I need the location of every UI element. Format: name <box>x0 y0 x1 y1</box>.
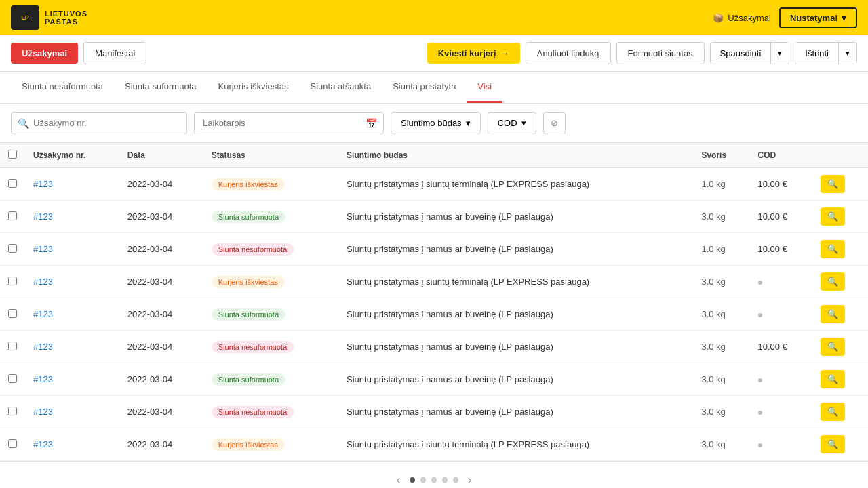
view-button[interactable]: 🔍 <box>821 370 845 388</box>
next-page-button[interactable]: › <box>464 472 475 487</box>
cod-dot <box>758 281 762 285</box>
spausdinti-split-button[interactable]: Spausdinti ▾ <box>710 42 790 64</box>
spausdinti-main[interactable]: Spausdinti <box>711 43 771 64</box>
toolbar: Užsakymai Manifestai Kviesti kurjerį → A… <box>0 35 868 72</box>
order-link[interactable]: #123 <box>33 179 53 189</box>
row-svoris: 3.0 kg <box>693 201 749 233</box>
row-checkbox[interactable] <box>8 407 17 415</box>
row-action: 🔍 <box>812 233 868 266</box>
row-cod <box>750 363 812 396</box>
page-dot-2[interactable] <box>420 477 426 483</box>
calendar-icon: 📅 <box>366 118 377 129</box>
nustatymai-label: Nustatymai <box>790 13 837 23</box>
uzsakymai-tab-button[interactable]: Užsakymai <box>11 43 78 64</box>
row-action: 🔍 <box>812 331 868 363</box>
order-link[interactable]: #123 <box>33 277 53 287</box>
col-svoris: Svoris <box>693 143 749 168</box>
tab-kurjeris-iskviestas[interactable]: Kurjeris iškviestas <box>207 72 299 103</box>
table-wrap: Užsakymo nr. Data Statusas Siuntimo būda… <box>0 143 868 461</box>
row-checkbox[interactable] <box>8 211 17 220</box>
status-badge: Siunta nesuformuota <box>212 243 294 256</box>
row-checkbox[interactable] <box>8 277 17 285</box>
view-button[interactable]: 🔍 <box>821 435 845 453</box>
order-link[interactable]: #123 <box>33 374 53 384</box>
row-siuntimo-budas: Siuntų pristatymas į namus ar buveinę (L… <box>338 201 693 233</box>
row-checkbox-cell <box>0 331 25 363</box>
row-checkbox[interactable] <box>8 342 17 350</box>
cod-dot <box>758 443 762 447</box>
istrinti-split-button[interactable]: Ištrinti ▾ <box>795 42 857 64</box>
cod-filter[interactable]: COD ▾ <box>488 112 536 134</box>
col-statusas: Statusas <box>203 143 338 168</box>
row-checkbox[interactable] <box>8 309 17 318</box>
select-all-checkbox[interactable] <box>8 150 17 159</box>
row-checkbox[interactable] <box>8 179 17 188</box>
manifestai-tab-button[interactable]: Manifestai <box>83 42 146 64</box>
row-checkbox[interactable] <box>8 244 17 253</box>
view-button[interactable]: 🔍 <box>821 240 845 258</box>
view-button[interactable]: 🔍 <box>821 207 845 226</box>
search-wrap: 🔍 <box>11 112 187 134</box>
page-dot-5[interactable] <box>453 477 458 483</box>
order-link[interactable]: #123 <box>33 439 53 449</box>
order-link[interactable]: #123 <box>33 211 53 222</box>
table-row: #123 2022-03-04 Siunta suformuota Siuntų… <box>0 298 868 331</box>
prev-page-button[interactable]: ‹ <box>393 472 404 487</box>
istrinti-main[interactable]: Ištrinti <box>795 43 838 64</box>
status-badge: Siunta nesuformuota <box>212 341 294 353</box>
view-button[interactable]: 🔍 <box>821 175 845 193</box>
page-dot-1[interactable] <box>410 477 415 483</box>
header-uzsakymai-link[interactable]: 📦 Užsakymai <box>713 13 771 23</box>
order-link[interactable]: #123 <box>33 407 53 417</box>
siuntimo-budas-arrow-icon: ▾ <box>466 118 471 128</box>
pagination: ‹ › <box>0 461 868 488</box>
view-button[interactable]: 🔍 <box>821 403 845 421</box>
row-svoris: 3.0 kg <box>693 266 749 298</box>
order-link[interactable]: #123 <box>33 244 53 254</box>
search-input[interactable] <box>11 112 187 134</box>
status-badge: Siunta nesuformuota <box>212 406 294 418</box>
cod-arrow-icon: ▾ <box>521 118 526 128</box>
nustatymai-button[interactable]: Nustatymai ▾ <box>779 7 857 28</box>
table-header-row: Užsakymo nr. Data Statusas Siuntimo būda… <box>0 143 868 168</box>
page-dot-3[interactable] <box>431 477 437 483</box>
header-right: 📦 Užsakymai Nustatymai ▾ <box>713 7 857 28</box>
col-cod: COD <box>750 143 812 168</box>
order-link[interactable]: #123 <box>33 309 53 319</box>
row-checkbox[interactable] <box>8 439 17 448</box>
cod-dot <box>758 411 762 415</box>
tab-siunta-nesuformuota[interactable]: Siunta nesuformuota <box>11 72 114 103</box>
table-row: #123 2022-03-04 Siunta nesuformuota Siun… <box>0 233 868 266</box>
anuliuot-button[interactable]: Anuliuot lipduką <box>526 42 611 64</box>
filter-reset-button[interactable]: ⊘ <box>543 112 566 134</box>
arrow-right-icon: → <box>500 48 509 58</box>
page-dot-4[interactable] <box>442 477 448 483</box>
row-siuntimo-budas: Siuntų pristatymas į namus ar buveinę (L… <box>338 233 693 266</box>
cod-dot <box>758 378 762 382</box>
logo-icon-text: LP <box>21 14 29 22</box>
row-status: Kurjeris iškviestas <box>203 266 338 298</box>
order-link[interactable]: #123 <box>33 342 53 352</box>
tab-siunta-suformuota[interactable]: Siunta suformuota <box>114 72 208 103</box>
row-checkbox-cell <box>0 428 25 461</box>
status-badge: Kurjeris iškviestas <box>212 178 285 190</box>
view-button[interactable]: 🔍 <box>821 338 845 356</box>
status-badge: Kurjeris iškviestas <box>212 439 285 451</box>
logo-area: LP LIETUVOS PAŠTAS <box>11 5 87 30</box>
logo-line2: PAŠTAS <box>45 18 87 26</box>
istrinti-arrow[interactable]: ▾ <box>838 43 856 64</box>
tab-siunta-pristatyta[interactable]: Siunta pristatyta <box>382 72 467 103</box>
view-button[interactable]: 🔍 <box>821 272 845 291</box>
spausdinti-arrow[interactable]: ▾ <box>770 43 789 64</box>
formuoti-button[interactable]: Formuoti siuntas <box>616 42 705 64</box>
tab-siunta-atsaukta[interactable]: Siunta atšaukta <box>300 72 382 103</box>
date-input[interactable] <box>194 112 384 134</box>
siuntimo-budas-filter[interactable]: Siuntimo būdas ▾ <box>391 112 481 134</box>
row-order-id: #123 <box>25 331 119 363</box>
row-checkbox[interactable] <box>8 374 17 383</box>
row-date: 2022-03-04 <box>119 331 203 363</box>
tab-visi[interactable]: Visi <box>467 72 502 103</box>
kviesti-kurjeri-button[interactable]: Kviesti kurjerį → <box>427 43 520 64</box>
status-badge: Siunta suformuota <box>212 211 285 223</box>
view-button[interactable]: 🔍 <box>821 305 845 323</box>
